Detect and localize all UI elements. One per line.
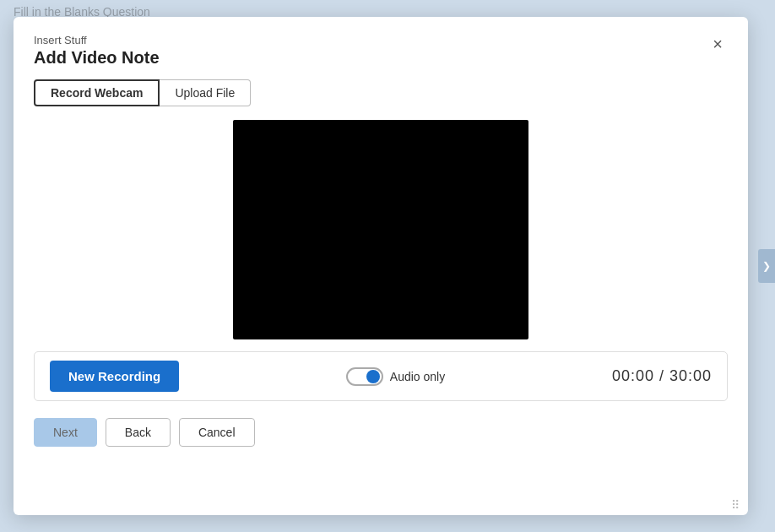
modal-header: Insert Stuff Add Video Note × [34,34,728,68]
tab-record-webcam[interactable]: Record Webcam [34,79,160,106]
timer-display: 00:00 / 30:00 [612,367,712,385]
audio-only-label: Audio only [390,370,445,383]
toggle-thumb [366,370,380,383]
audio-only-toggle[interactable] [346,367,383,386]
modal: Insert Stuff Add Video Note × Record Web… [14,17,748,515]
sidebar-arrow[interactable]: ❯ [758,249,775,283]
modal-title-section: Insert Stuff Add Video Note [34,34,160,68]
sidebar-arrow-icon: ❯ [762,260,771,272]
resize-icon: ⠿ [731,498,740,512]
footer-buttons: Next Back Cancel [34,418,728,447]
controls-bar: New Recording Audio only 00:00 / 30:00 [34,351,728,401]
audio-only-row: Audio only [346,367,445,386]
close-button[interactable]: × [707,34,728,54]
tab-upload-file[interactable]: Upload File [160,79,251,106]
modal-label: Insert Stuff [34,34,160,46]
cancel-button[interactable]: Cancel [179,418,255,447]
tab-row: Record Webcam Upload File [34,79,728,106]
resize-handle[interactable]: ⠿ [731,498,743,510]
video-preview [233,120,528,339]
modal-main-title: Add Video Note [34,48,160,68]
video-area [34,120,728,339]
new-recording-button[interactable]: New Recording [50,361,179,392]
next-button[interactable]: Next [34,418,97,447]
back-button[interactable]: Back [106,418,171,447]
modal-overlay: Insert Stuff Add Video Note × Record Web… [0,0,775,532]
